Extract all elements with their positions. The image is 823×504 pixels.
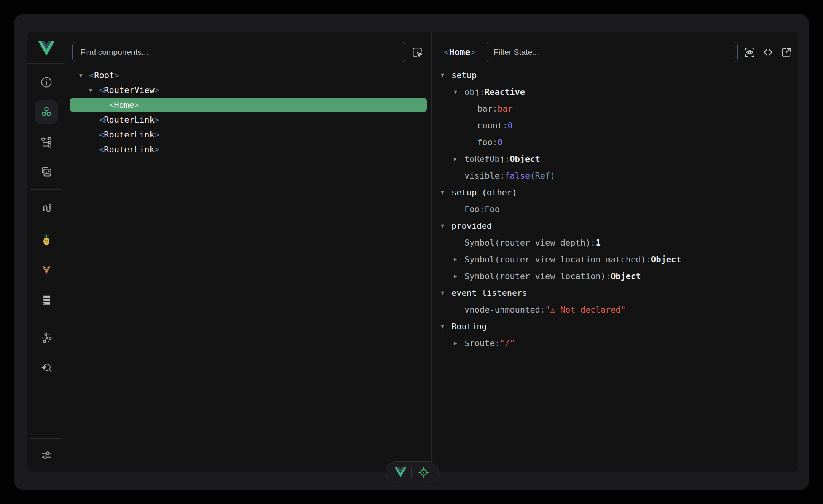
state-row-symbol-router-view-location-matched-[interactable]: ▶Symbol(router view location matched)Obj… [432, 251, 798, 268]
graph-network-icon [35, 326, 58, 350]
sidebar-item-assets[interactable] [27, 161, 65, 183]
expander-collapsed-icon: ▶ [454, 256, 464, 263]
state-value: Object [510, 154, 540, 164]
state-key: visible [464, 171, 500, 180]
component-tag-label: RouterLink [99, 145, 159, 154]
vue-toggle-button[interactable] [395, 467, 406, 477]
key-value-separator [502, 121, 507, 130]
component-tree: ▼Root▼RouterViewHomeRouterLinkRouterLink… [65, 68, 431, 157]
sidebar-item-vue-plugin[interactable] [27, 258, 65, 281]
find-components-input[interactable] [72, 42, 405, 62]
state-value: "/" [500, 338, 515, 348]
key-value-separator [493, 104, 498, 113]
route-icon [35, 197, 58, 220]
open-in-editor-button[interactable] [779, 45, 793, 59]
state-section-setup[interactable]: ▼setup [432, 67, 798, 83]
vue-logo [395, 467, 406, 477]
state-row-foo: FooFoo [432, 201, 798, 217]
state-row-vnode-unmounted: vnode-unmounted"⚠ Not declared" [432, 301, 798, 318]
expander-expanded-icon[interactable]: ▼ [79, 72, 89, 78]
state-key: bar [477, 104, 493, 113]
select-component-button[interactable] [410, 45, 424, 59]
sidebar-item-pages[interactable] [27, 131, 65, 154]
key-value-separator [493, 137, 498, 147]
rail-divider [30, 189, 62, 190]
state-row-count: count0 [432, 117, 798, 134]
state-row-symbol-router-view-depth-: Symbol(router view depth)1 [432, 234, 798, 251]
state-value: false [505, 171, 530, 180]
key-value-separator [590, 238, 595, 247]
inspect-dom-icon [743, 46, 756, 59]
ref-annotation: (Ref) [530, 171, 555, 180]
state-section-provided[interactable]: ▼provided [432, 217, 798, 234]
pages-tree-icon [35, 131, 58, 154]
state-row-foo: foo0 [432, 134, 798, 150]
expander-expanded-icon[interactable]: ▼ [89, 87, 99, 93]
component-tag-label: RouterLink [99, 115, 159, 124]
inspect-search-icon [35, 356, 58, 380]
tree-node-root[interactable]: ▼Root [65, 68, 431, 83]
key-value-separator [646, 255, 651, 264]
rainbow-v-icon [35, 258, 58, 281]
pill-divider [412, 468, 412, 477]
state-section-label: setup (other) [451, 188, 517, 197]
component-tag-label: Root [89, 70, 119, 80]
key-value-separator [540, 305, 545, 314]
sidebar-item-components[interactable] [27, 101, 65, 124]
filter-state-input[interactable] [486, 42, 738, 62]
component-inspector-button[interactable] [418, 466, 430, 478]
state-key: Symbol(router view location) [464, 271, 606, 281]
state-value: 1 [595, 238, 600, 247]
expander-expanded-icon: ▼ [441, 289, 451, 296]
state-row-symbol-router-view-location-[interactable]: ▶Symbol(router view location)Object [432, 268, 798, 284]
sidebar-item-inspect[interactable] [27, 357, 65, 380]
tree-node-routerlink[interactable]: RouterLink [65, 142, 431, 157]
state-row-$route[interactable]: ▶$route"/" [432, 335, 798, 351]
key-value-separator [606, 271, 611, 281]
state-value: "⚠ Not declared" [545, 305, 626, 314]
state-key: count [477, 121, 502, 130]
settings-sliders-icon [35, 443, 58, 467]
state-key: toRefObj [464, 154, 505, 164]
state-value: bar [498, 104, 513, 113]
component-inspector-target-icon [418, 466, 430, 478]
state-key: Foo [464, 204, 480, 214]
code-button[interactable] [761, 45, 775, 59]
devtools-pill-toolbar [386, 461, 439, 483]
components-icon [35, 100, 58, 124]
state-key: Symbol(router view location matched) [464, 255, 646, 264]
sidebar-item-info[interactable] [27, 71, 65, 94]
rail-divider [27, 63, 65, 64]
sidebar-item-server[interactable] [27, 289, 65, 311]
rail-divider [30, 319, 62, 319]
key-value-separator [494, 338, 499, 348]
sidebar-item-router[interactable] [27, 197, 65, 220]
open-in-editor-icon [780, 46, 793, 59]
state-key: Symbol(router view depth) [464, 238, 590, 247]
state-section-event-listeners[interactable]: ▼event listeners [432, 284, 798, 301]
sidebar-item-pinia[interactable] [27, 228, 65, 251]
state-section-setup-other-[interactable]: ▼setup (other) [432, 184, 798, 201]
state-value: Reactive [485, 87, 525, 97]
inspect-dom-button[interactable] [742, 45, 757, 59]
components-panel: ▼Root▼RouterViewHomeRouterLinkRouterLink… [65, 32, 431, 472]
key-value-separator [480, 87, 485, 97]
tree-node-home[interactable]: Home [65, 97, 431, 112]
state-section-routing[interactable]: ▼Routing [432, 318, 798, 335]
expander-expanded-icon: ▼ [441, 189, 451, 196]
expander-expanded-icon: ▼ [441, 323, 451, 330]
expander-expanded-icon: ▼ [441, 72, 451, 78]
state-key: $route [464, 338, 494, 348]
state-row-obj[interactable]: ▼objReactive [432, 83, 798, 100]
rail-divider [30, 438, 62, 439]
tree-node-routerlink[interactable]: RouterLink [65, 112, 431, 127]
sidebar-item-graph[interactable] [27, 327, 65, 349]
sidebar-item-settings[interactable] [27, 444, 65, 467]
state-row-torefobj[interactable]: ▶toRefObjObject [432, 150, 798, 167]
state-section-label: provided [451, 221, 492, 231]
info-icon [35, 70, 58, 94]
state-row-bar: barbar [432, 100, 798, 117]
tree-node-routerview[interactable]: ▼RouterView [65, 83, 431, 97]
tree-node-routerlink[interactable]: RouterLink [65, 127, 431, 142]
state-value: 0 [507, 121, 512, 130]
